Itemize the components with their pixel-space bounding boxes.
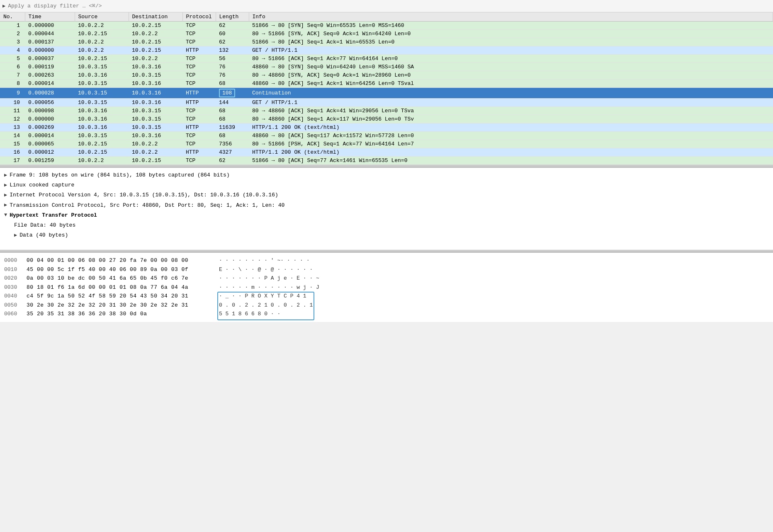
cell-source: 10.0.3.15	[75, 80, 129, 88]
cell-no: 16	[0, 148, 25, 157]
table-row[interactable]: 110.00009810.0.3.1610.0.3.15TCP6880 → 48…	[0, 107, 773, 115]
col-header-no: No.	[0, 12, 25, 22]
table-row[interactable]: 90.00002810.0.3.1510.0.3.16HTTP108Contin…	[0, 88, 773, 99]
cell-protocol: TCP	[182, 55, 216, 63]
detail-data[interactable]: ▶ Data (40 bytes)	[14, 230, 769, 240]
table-row[interactable]: 170.00125910.0.2.210.0.2.15TCP6251866 → …	[0, 157, 773, 165]
cell-dest: 10.0.2.2	[129, 55, 182, 63]
table-row[interactable]: 150.00006510.0.2.1510.0.2.2TCP735680 → 5…	[0, 140, 773, 148]
cell-length: 62	[216, 157, 249, 165]
detail-tcp[interactable]: ▶ Transmission Control Protocol, Src Por…	[4, 201, 769, 210]
cell-dest: 10.0.2.15	[129, 38, 182, 46]
cell-info: 48860 → 80 [ACK] Seq=117 Ack=11572 Win=5…	[249, 132, 773, 140]
table-row[interactable]: 70.00026310.0.3.1610.0.3.15TCP7680 → 488…	[0, 71, 773, 80]
col-header-source: Source	[75, 12, 129, 22]
cell-source: 10.0.2.15	[75, 55, 129, 63]
cell-protocol: TCP	[182, 30, 216, 38]
cell-time: 0.001259	[25, 157, 75, 165]
data-arrow[interactable]: ▶	[14, 232, 17, 239]
cell-dest: 10.0.3.15	[129, 107, 182, 115]
cell-length: 56	[216, 55, 249, 63]
filter-bar: ▶	[0, 0, 773, 12]
detail-linux[interactable]: ▶ Linux cooked capture	[4, 180, 769, 190]
cell-time: 0.000056	[25, 99, 75, 107]
cell-info: Continuation	[249, 88, 773, 99]
filter-icon: ▶	[2, 3, 5, 9]
cell-dest: 10.0.3.15	[129, 123, 182, 132]
cell-protocol: TCP	[182, 71, 216, 80]
cell-source: 10.0.3.15	[75, 63, 129, 71]
detail-internet[interactable]: ▶ Internet Protocol Version 4, Src: 10.0…	[4, 190, 769, 200]
cell-no: 13	[0, 123, 25, 132]
cell-time: 0.000044	[25, 30, 75, 38]
cell-length: 68	[216, 115, 249, 123]
table-row[interactable]: 40.00000010.0.2.210.0.2.15HTTP132GET / H…	[0, 46, 773, 55]
cell-info: 48860 → 80 [ACK] Seq=1 Ack=1 Win=64256 L…	[249, 80, 773, 88]
cell-time: 0.000000	[25, 115, 75, 123]
cell-source: 10.0.2.2	[75, 22, 129, 30]
cell-length: 68	[216, 80, 249, 88]
cell-protocol: HTTP	[182, 123, 216, 132]
cell-no: 6	[0, 63, 25, 71]
cell-time: 0.000014	[25, 132, 75, 140]
cell-source: 10.0.2.15	[75, 140, 129, 148]
col-header-length: Length	[216, 12, 249, 22]
table-row[interactable]: 80.00001410.0.3.1510.0.3.16TCP6848860 → …	[0, 80, 773, 88]
cell-dest: 10.0.3.16	[129, 99, 182, 107]
cell-source: 10.0.2.15	[75, 30, 129, 38]
table-row[interactable]: 130.00026910.0.3.1610.0.3.15HTTP11639HTT…	[0, 123, 773, 132]
filter-input[interactable]	[8, 3, 771, 9]
table-row[interactable]: 60.00011910.0.3.1510.0.3.16TCP7648860 → …	[0, 63, 773, 71]
cell-protocol: TCP	[182, 107, 216, 115]
detail-frame[interactable]: ▶ Frame 9: 108 bytes on wire (864 bits),…	[4, 170, 769, 180]
cell-no: 12	[0, 115, 25, 123]
file-data-text: File Data: 40 bytes	[14, 222, 75, 229]
cell-no: 14	[0, 132, 25, 140]
cell-dest: 10.0.2.15	[129, 22, 182, 30]
internet-arrow[interactable]: ▶	[4, 192, 7, 199]
hex-row: 003080 18 01 f6 1a 6d 00 00 01 01 08 0a …	[4, 283, 769, 292]
cell-time: 0.000014	[25, 80, 75, 88]
cell-length: 62	[216, 22, 249, 30]
cell-info: 80 → 51866 [PSH, ACK] Seq=1 Ack=77 Win=6…	[249, 140, 773, 148]
table-row[interactable]: 140.00001410.0.3.1510.0.3.16TCP6848860 →…	[0, 132, 773, 140]
cell-length: 68	[216, 107, 249, 115]
frame-arrow[interactable]: ▶	[4, 172, 7, 179]
cell-dest: 10.0.3.16	[129, 132, 182, 140]
http-title: Hypertext Transfer Protocol	[10, 212, 97, 218]
cell-no: 15	[0, 140, 25, 148]
table-row[interactable]: 160.00001210.0.2.1510.0.2.2HTTP4327HTTP/…	[0, 148, 773, 157]
packet-list: No. Time Source Destination Protocol Len…	[0, 12, 773, 165]
table-row[interactable]: 20.00004410.0.2.1510.0.2.2TCP6080 → 5186…	[0, 30, 773, 38]
cell-length: 60	[216, 30, 249, 38]
cell-dest: 10.0.2.15	[129, 157, 182, 165]
col-header-protocol: Protocol	[182, 12, 216, 22]
table-header: No. Time Source Destination Protocol Len…	[0, 12, 773, 22]
cell-no: 9	[0, 88, 25, 99]
cell-dest: 10.0.2.2	[129, 140, 182, 148]
cell-time: 0.000065	[25, 140, 75, 148]
cell-time: 0.000037	[25, 55, 75, 63]
linux-text: Linux cooked capture	[10, 181, 74, 189]
cell-dest: 10.0.2.2	[129, 148, 182, 157]
http-arrow[interactable]: ▼	[4, 212, 7, 219]
linux-arrow[interactable]: ▶	[4, 182, 7, 189]
cell-source: 10.0.3.16	[75, 107, 129, 115]
table-row[interactable]: 100.00005610.0.3.1510.0.3.16HTTP144GET /…	[0, 99, 773, 107]
cell-info: 80 → 48860 [ACK] Seq=1 Ack=41 Win=29056 …	[249, 107, 773, 115]
detail-http[interactable]: ▼ Hypertext Transfer Protocol	[4, 210, 769, 220]
tcp-arrow[interactable]: ▶	[4, 202, 7, 209]
table-row[interactable]: 120.00000010.0.3.1610.0.3.15TCP6880 → 48…	[0, 115, 773, 123]
table-row[interactable]: 30.00013710.0.2.210.0.2.15TCP6251866 → 8…	[0, 38, 773, 46]
cell-length: 76	[216, 71, 249, 80]
frame-text: Frame 9: 108 bytes on wire (864 bits), 1…	[10, 172, 230, 179]
hex-row: 001045 00 00 5c 1f f5 40 00 40 06 00 89 …	[4, 265, 769, 274]
hex-panel: 000000 04 00 01 00 06 08 00 27 20 fa 7e …	[0, 252, 773, 322]
cell-no: 4	[0, 46, 25, 55]
col-header-time: Time	[25, 12, 75, 22]
table-row[interactable]: 10.00000010.0.2.210.0.2.15TCP6251866 → 8…	[0, 22, 773, 30]
cell-info: 48860 → 80 [SYN] Seq=0 Win=64240 Len=0 M…	[249, 63, 773, 71]
cell-dest: 10.0.3.16	[129, 88, 182, 99]
cell-time: 0.000000	[25, 22, 75, 30]
table-row[interactable]: 50.00003710.0.2.1510.0.2.2TCP5680 → 5186…	[0, 55, 773, 63]
